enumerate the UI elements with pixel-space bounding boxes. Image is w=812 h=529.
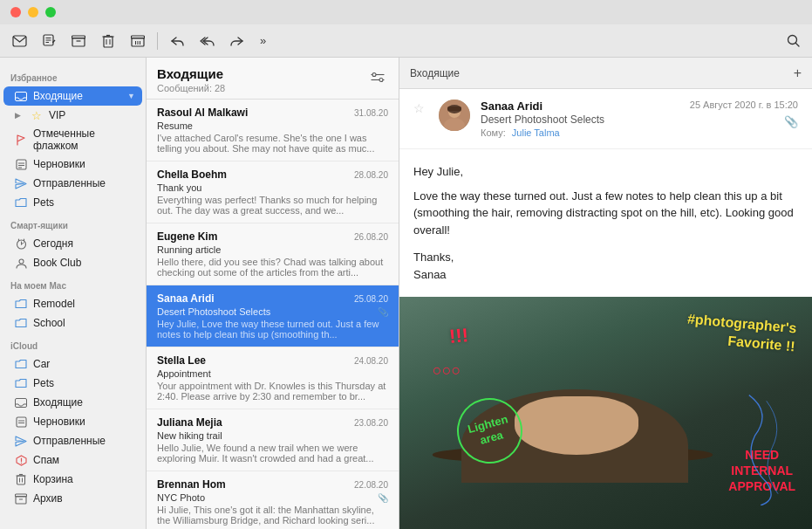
icloud-sent-icon xyxy=(14,434,28,448)
svg-point-47 xyxy=(372,72,376,76)
svg-point-38 xyxy=(20,462,21,463)
email-item-rasoul[interactable]: Rasoul Al Malkawi 31.08.20 Resume I've a… xyxy=(147,100,399,161)
sidebar-item-bookclub[interactable]: Book Club xyxy=(3,253,142,272)
detail-image-area: !!! ○○○ #photographer's Favorite !! Ligh… xyxy=(399,297,812,529)
archive-button[interactable] xyxy=(66,29,91,53)
trash-button[interactable] xyxy=(126,29,150,53)
attachment-icon: 📎 xyxy=(378,493,388,503)
email-subject: Appointment xyxy=(157,368,388,379)
sidebar-item-today[interactable]: Сегодня xyxy=(3,234,142,253)
email-item-eugene[interactable]: Eugene Kim 26.08.20 Running article Hell… xyxy=(147,223,399,285)
icloud-car-icon xyxy=(14,357,28,371)
email-date: 31.08.20 xyxy=(354,108,388,118)
reply-button[interactable] xyxy=(165,29,189,53)
sidebar-item-remodel[interactable]: Remodel xyxy=(3,294,142,313)
smart-section-label: Смарт-ящики xyxy=(0,212,146,234)
sidebar-item-icloud-archive[interactable]: Архив xyxy=(3,489,142,508)
email-list-items: Rasoul Al Malkawi 31.08.20 Resume I've a… xyxy=(147,100,399,529)
add-mailbox-button[interactable]: + xyxy=(794,65,802,81)
email-subject: New hiking trail xyxy=(157,430,388,441)
maximize-button[interactable] xyxy=(45,7,56,17)
svg-rect-39 xyxy=(17,476,25,484)
sidebar-item-icloud-drafts-label: Черновики xyxy=(33,416,135,428)
compose-button[interactable] xyxy=(37,29,61,53)
filter-button[interactable] xyxy=(367,66,388,87)
sidebar-item-flagged[interactable]: Отмеченные флажком xyxy=(3,125,142,155)
sidebar-item-inbox[interactable]: Входящие ▼ xyxy=(3,86,142,106)
sent-icon xyxy=(14,176,28,190)
sidebar-item-icloud-spam[interactable]: Спам xyxy=(3,450,142,470)
face-shape xyxy=(515,396,638,455)
minimize-button[interactable] xyxy=(28,7,38,17)
email-list-title: Входящие xyxy=(157,66,225,81)
email-date: 25.08.20 xyxy=(354,294,388,304)
sidebar-item-school-label: School xyxy=(33,317,135,329)
separator-1 xyxy=(157,32,158,50)
expand-icon: ▼ xyxy=(127,92,135,100)
new-message-button[interactable] xyxy=(7,29,31,53)
reply-all-button[interactable] xyxy=(194,29,219,53)
titlebar xyxy=(0,0,812,24)
sender-avatar xyxy=(439,100,470,131)
sidebar-item-icloud-sent[interactable]: Отправленные xyxy=(3,431,142,450)
icloud-section-label: iCloud xyxy=(0,333,146,354)
email-item-stella[interactable]: Stella Lee 24.08.20 Appointment Your app… xyxy=(147,347,399,409)
email-sender: Stella Lee xyxy=(157,354,206,367)
email-sender: Rasoul Al Malkawi xyxy=(157,106,248,119)
email-item-juliana[interactable]: Juliana Mejia 23.08.20 New hiking trail … xyxy=(147,409,399,471)
svg-rect-44 xyxy=(16,496,26,504)
icloud-inbox-icon xyxy=(14,395,28,409)
email-preview: Hey Julie, Love the way these turned out… xyxy=(157,319,388,340)
email-preview: Hello there, did you see this? Chad was … xyxy=(157,257,388,278)
sidebar-item-icloud-pets[interactable]: Pets xyxy=(3,374,142,393)
email-list-pane: Входящие Сообщений: 28 Rasoul Al Malkawi xyxy=(147,58,399,529)
sidebar-item-icloud-drafts[interactable]: Черновики xyxy=(3,412,142,431)
email-item-brennan[interactable]: Brennan Hom 22.08.20 NYC Photo 📎 Hi Juli… xyxy=(147,471,399,529)
close-button[interactable] xyxy=(10,7,21,17)
detail-from-name: Sanaa Aridi xyxy=(481,100,679,113)
sidebar-item-drafts[interactable]: Черновики xyxy=(3,155,142,174)
email-item-sanaa[interactable]: Sanaa Aridi 25.08.20 Desert Photoshoot S… xyxy=(147,285,399,347)
sidebar-item-icloud-inbox[interactable]: Входящие xyxy=(3,393,142,412)
sidebar-item-sent[interactable]: Отправленные xyxy=(3,174,142,193)
search-button[interactable] xyxy=(781,29,805,53)
sidebar-item-icloud-car[interactable]: Car xyxy=(3,354,142,374)
sidebar-item-vip-label: VIP xyxy=(49,109,135,121)
email-subject: Desert Photoshoot Selects 📎 xyxy=(157,306,388,317)
sidebar-item-inbox-label: Входящие xyxy=(33,90,122,102)
email-date: 22.08.20 xyxy=(354,480,388,490)
forward-button[interactable] xyxy=(224,29,249,53)
vip-expand-icon: ▶ xyxy=(10,108,24,122)
svg-point-19 xyxy=(788,36,796,45)
sidebar-item-vip[interactable]: ▶ ☆ VIP xyxy=(3,106,142,125)
icloud-archive-icon xyxy=(14,491,28,505)
sidebar-item-flagged-label: Отмеченные флажком xyxy=(33,127,135,152)
detail-content: ☆ Sanaa Aridi Desert Photoshoot Selects xyxy=(399,89,812,529)
email-preview: I've attached Carol's resume. She's the … xyxy=(157,133,388,154)
svg-rect-0 xyxy=(13,36,26,46)
email-item-chella[interactable]: Chella Boehm 28.08.20 Thank you Everythi… xyxy=(147,161,399,223)
more-button[interactable]: » xyxy=(254,29,278,53)
email-list-header-info: Входящие Сообщений: 28 xyxy=(157,66,225,93)
star-button[interactable]: ☆ xyxy=(413,101,425,115)
svg-point-31 xyxy=(19,259,24,264)
detail-attachment-icon: 📎 xyxy=(784,115,798,128)
sidebar-item-school[interactable]: School xyxy=(3,313,142,333)
school-folder-icon xyxy=(14,316,28,330)
email-sender: Sanaa Aridi xyxy=(157,292,215,305)
sidebar: Избранное Входящие ▼ ▶ ☆ VIP Отмеченные xyxy=(0,58,147,529)
icloud-pets-icon xyxy=(14,376,28,390)
sidebar-item-pets-fav[interactable]: Pets xyxy=(3,193,142,212)
sidebar-item-sent-label: Отправленные xyxy=(33,177,135,189)
bookclub-icon xyxy=(14,256,28,270)
app-container: Избранное Входящие ▼ ▶ ☆ VIP Отмеченные xyxy=(0,58,812,529)
sidebar-item-icloud-trash[interactable]: Корзина xyxy=(3,470,142,489)
delete-button[interactable] xyxy=(96,29,120,53)
drafts-icon xyxy=(14,157,28,171)
annotation-circles: ○○○ xyxy=(433,361,461,380)
favorites-section-label: Избранное xyxy=(0,65,146,86)
body-closing: Thanks, Sanaa xyxy=(413,249,798,283)
sidebar-item-today-label: Сегодня xyxy=(33,237,135,250)
photo-container: !!! ○○○ #photographer's Favorite !! Ligh… xyxy=(399,297,812,529)
icloud-trash-icon xyxy=(14,472,28,486)
